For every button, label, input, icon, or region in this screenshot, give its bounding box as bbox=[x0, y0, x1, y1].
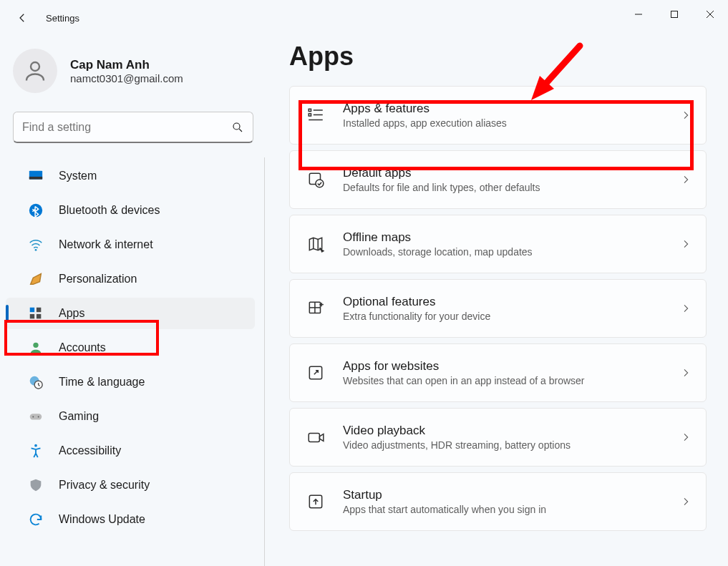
sidebar-item-system[interactable]: System bbox=[6, 160, 255, 192]
startup-icon bbox=[304, 490, 327, 513]
svg-point-9 bbox=[29, 204, 42, 217]
svg-rect-23 bbox=[309, 114, 311, 116]
card-title: Apps & features bbox=[343, 102, 680, 116]
nav-list: SystemBluetooth & devicesNetwork & inter… bbox=[0, 157, 265, 566]
settings-card-startup[interactable]: Startup Apps that start automatically wh… bbox=[289, 472, 707, 531]
sidebar-item-label: Personalization bbox=[59, 273, 137, 286]
sidebar-item-update[interactable]: Windows Update bbox=[6, 504, 255, 535]
video-icon bbox=[304, 426, 327, 449]
sidebar-item-time[interactable]: Time & language bbox=[6, 366, 255, 398]
link-out-icon bbox=[304, 361, 327, 384]
card-title: Video playback bbox=[343, 424, 680, 438]
user-name: Cap Nam Anh bbox=[70, 58, 183, 72]
sidebar-item-bluetooth[interactable]: Bluetooth & devices bbox=[6, 195, 255, 226]
sidebar-item-label: System bbox=[59, 170, 97, 182]
svg-marker-29 bbox=[321, 250, 324, 252]
person-icon bbox=[27, 339, 44, 356]
search-input[interactable] bbox=[22, 121, 231, 134]
card-subtitle: Downloads, storage location, map updates bbox=[343, 246, 680, 258]
sidebar-item-label: Bluetooth & devices bbox=[59, 204, 160, 217]
sidebar-item-personalization[interactable]: Personalization bbox=[6, 263, 255, 295]
close-icon bbox=[706, 10, 714, 19]
svg-rect-36 bbox=[309, 434, 319, 442]
settings-card-offline-maps[interactable]: Offline maps Downloads, storage location… bbox=[289, 215, 707, 273]
svg-point-15 bbox=[33, 343, 38, 348]
svg-point-10 bbox=[35, 249, 37, 251]
settings-card-video-playback[interactable]: Video playback Video adjustments, HDR st… bbox=[289, 408, 707, 467]
sidebar-item-privacy[interactable]: Privacy & security bbox=[6, 469, 255, 501]
sidebar-item-label: Apps bbox=[59, 307, 84, 320]
sidebar-item-apps[interactable]: Apps bbox=[6, 298, 255, 329]
card-title: Optional features bbox=[343, 295, 680, 309]
default-app-icon bbox=[304, 168, 327, 191]
svg-rect-14 bbox=[37, 314, 41, 318]
sidebar-item-label: Accessibility bbox=[59, 444, 121, 457]
list-icon bbox=[304, 104, 327, 127]
sidebar-item-accessibility[interactable]: Accessibility bbox=[6, 435, 255, 467]
nav-separator bbox=[264, 157, 265, 566]
apps-icon bbox=[27, 305, 44, 322]
card-title: Offline maps bbox=[343, 230, 680, 245]
sidebar-item-label: Time & language bbox=[59, 376, 145, 389]
sidebar-item-label: Accounts bbox=[59, 341, 106, 354]
chevron-right-icon bbox=[680, 238, 691, 250]
titlebar: Settings bbox=[0, 0, 728, 36]
card-subtitle: Installed apps, app execution aliases bbox=[343, 117, 680, 129]
card-subtitle: Video adjustments, HDR streaming, batter… bbox=[343, 439, 680, 451]
back-button[interactable] bbox=[6, 1, 39, 34]
window-title: Settings bbox=[46, 13, 79, 24]
sidebar-item-gaming[interactable]: Gaming bbox=[6, 401, 255, 432]
sidebar-item-label: Windows Update bbox=[59, 513, 145, 526]
card-subtitle: Extra functionality for your device bbox=[343, 311, 680, 322]
chevron-right-icon bbox=[680, 303, 691, 314]
arrow-left-icon bbox=[16, 11, 29, 24]
card-title: Startup bbox=[343, 488, 680, 502]
accessibility-icon bbox=[27, 442, 44, 459]
navigation-pane: Cap Nam Anh namct0301@gmail.com SystemBl… bbox=[0, 42, 265, 566]
puzzle-icon bbox=[304, 297, 327, 320]
wifi-icon bbox=[27, 236, 44, 253]
svg-point-21 bbox=[34, 444, 37, 447]
chevron-right-icon bbox=[680, 496, 691, 507]
sidebar-item-label: Privacy & security bbox=[59, 479, 150, 492]
chevron-right-icon bbox=[680, 174, 691, 185]
sidebar-item-label: Gaming bbox=[59, 410, 99, 423]
user-block[interactable]: Cap Nam Anh namct0301@gmail.com bbox=[13, 49, 265, 93]
svg-rect-11 bbox=[30, 308, 34, 312]
settings-card-apps-websites[interactable]: Apps for websites Websites that can open… bbox=[289, 343, 707, 402]
card-subtitle: Websites that can open in an app instead… bbox=[343, 375, 680, 386]
settings-card-apps-features[interactable]: Apps & features Installed apps, app exec… bbox=[289, 86, 707, 145]
card-subtitle: Defaults for file and link types, other … bbox=[343, 182, 680, 193]
minimize-button[interactable] bbox=[621, 0, 656, 29]
brush-icon bbox=[27, 270, 44, 288]
sidebar-item-accounts[interactable]: Accounts bbox=[6, 332, 255, 363]
sidebar-item-network[interactable]: Network & internet bbox=[6, 229, 255, 260]
bluetooth-icon bbox=[27, 202, 44, 219]
monitor-icon bbox=[27, 167, 44, 185]
svg-rect-13 bbox=[30, 314, 34, 318]
update-icon bbox=[27, 511, 44, 528]
gamepad-icon bbox=[27, 408, 44, 425]
svg-rect-18 bbox=[30, 414, 42, 419]
map-icon bbox=[304, 233, 327, 255]
page-title: Apps bbox=[289, 42, 707, 72]
maximize-button[interactable] bbox=[656, 0, 692, 29]
search-input-wrapper[interactable] bbox=[13, 112, 253, 143]
svg-point-28 bbox=[316, 180, 324, 187]
settings-card-default-apps[interactable]: Default apps Defaults for file and link … bbox=[289, 150, 707, 209]
sidebar-item-label: Network & internet bbox=[59, 238, 153, 251]
card-subtitle: Apps that start automatically when you s… bbox=[343, 504, 680, 515]
svg-rect-22 bbox=[309, 109, 311, 111]
svg-point-5 bbox=[233, 123, 240, 130]
card-title: Default apps bbox=[343, 166, 680, 180]
main-content: Apps Apps & features Installed apps, app… bbox=[289, 42, 728, 566]
shield-icon bbox=[27, 477, 44, 494]
svg-rect-12 bbox=[37, 308, 41, 312]
svg-rect-8 bbox=[29, 177, 42, 180]
settings-card-optional-features[interactable]: Optional features Extra functionality fo… bbox=[289, 279, 707, 338]
globe-clock-icon bbox=[27, 374, 44, 391]
avatar bbox=[13, 49, 57, 93]
minimize-icon bbox=[634, 10, 643, 19]
close-button[interactable] bbox=[692, 0, 728, 29]
svg-line-6 bbox=[239, 129, 242, 132]
